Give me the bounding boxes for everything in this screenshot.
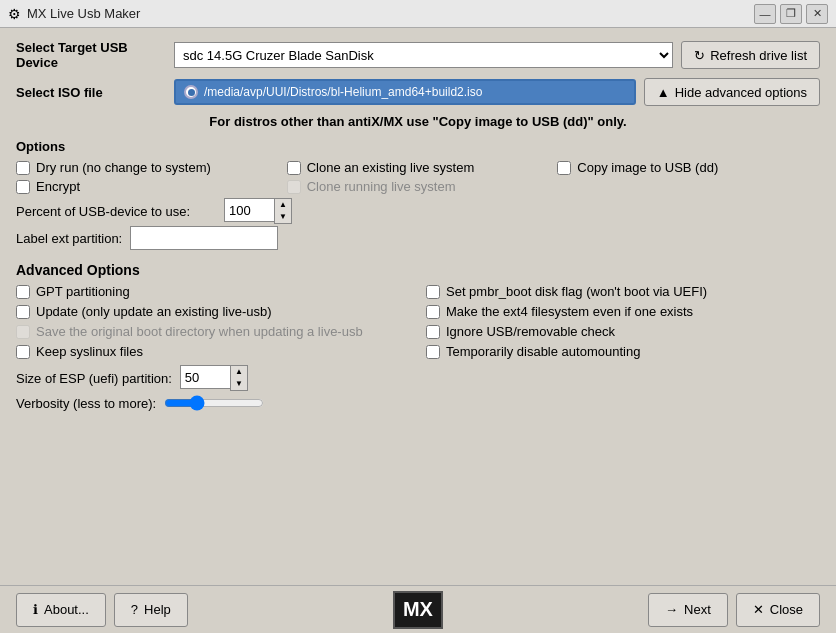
clone-existing-checkbox-row: Clone an existing live system bbox=[287, 160, 550, 175]
percent-spin-up[interactable]: ▲ bbox=[275, 199, 291, 211]
next-label: Next bbox=[684, 602, 711, 617]
advanced-grid: GPT partitioning Update (only update an … bbox=[16, 284, 820, 359]
dry-run-label[interactable]: Dry run (no change to system) bbox=[36, 160, 211, 175]
update-checkbox[interactable] bbox=[16, 305, 30, 319]
automount-label[interactable]: Temporarily disable automounting bbox=[446, 344, 640, 359]
esp-row: Size of ESP (uefi) partition: ▲ ▼ bbox=[16, 365, 820, 391]
ext4-checkbox[interactable] bbox=[426, 305, 440, 319]
keep-syslinux-checkbox-row: Keep syslinux files bbox=[16, 344, 410, 359]
title-bar: ⚙ MX Live Usb Maker — ❐ ✕ bbox=[0, 0, 836, 28]
window-title: MX Live Usb Maker bbox=[27, 6, 140, 21]
bottom-right: → Next ✕ Close bbox=[648, 593, 820, 627]
verbosity-slider[interactable] bbox=[164, 395, 264, 411]
main-content: Select Target USB Device sdc 14.5G Cruze… bbox=[0, 28, 836, 585]
copy-image-checkbox[interactable] bbox=[557, 161, 571, 175]
about-icon: ℹ bbox=[33, 602, 38, 617]
automount-checkbox[interactable] bbox=[426, 345, 440, 359]
encrypt-checkbox-row: Encrypt bbox=[16, 179, 279, 194]
pmbr-checkbox-row: Set pmbr_boot disk flag (won't boot via … bbox=[426, 284, 820, 299]
advanced-title: Advanced Options bbox=[16, 262, 820, 278]
device-label: Select Target USB Device bbox=[16, 40, 166, 70]
title-bar-controls: — ❐ ✕ bbox=[754, 4, 828, 24]
encrypt-checkbox[interactable] bbox=[16, 180, 30, 194]
save-boot-checkbox-row: Save the original boot directory when up… bbox=[16, 324, 410, 339]
esp-spin-up[interactable]: ▲ bbox=[231, 366, 247, 378]
label-ext-row: Label ext partition: bbox=[16, 226, 820, 250]
update-checkbox-row: Update (only update an existing live-usb… bbox=[16, 304, 410, 319]
iso-row: Select ISO file /media/avp/UUI/Distros/b… bbox=[16, 78, 820, 106]
esp-spinbox[interactable]: ▲ ▼ bbox=[180, 365, 248, 391]
help-button[interactable]: ? Help bbox=[114, 593, 188, 627]
refresh-drive-button[interactable]: ↻ Refresh drive list bbox=[681, 41, 820, 69]
close-button[interactable]: ✕ Close bbox=[736, 593, 820, 627]
ignore-usb-checkbox-row: Ignore USB/removable check bbox=[426, 324, 820, 339]
percent-row: Percent of USB-device to use: 100 ▲ ▼ bbox=[16, 198, 820, 224]
close-icon: ✕ bbox=[753, 602, 764, 617]
title-bar-left: ⚙ MX Live Usb Maker bbox=[8, 6, 140, 22]
notice-text: For distros other than antiX/MX use "Cop… bbox=[16, 114, 820, 129]
keep-syslinux-label[interactable]: Keep syslinux files bbox=[36, 344, 143, 359]
hide-advanced-button[interactable]: ▲ Hide advanced options bbox=[644, 78, 820, 106]
restore-button[interactable]: ❐ bbox=[780, 4, 802, 24]
automount-checkbox-row: Temporarily disable automounting bbox=[426, 344, 820, 359]
percent-spinbox[interactable]: 100 ▲ ▼ bbox=[224, 198, 292, 224]
esp-spin-down[interactable]: ▼ bbox=[231, 378, 247, 390]
refresh-icon: ↻ bbox=[694, 48, 705, 63]
close-label: Close bbox=[770, 602, 803, 617]
gpt-checkbox-row: GPT partitioning bbox=[16, 284, 410, 299]
ignore-usb-checkbox[interactable] bbox=[426, 325, 440, 339]
next-button[interactable]: → Next bbox=[648, 593, 728, 627]
help-icon: ? bbox=[131, 602, 138, 617]
refresh-label: Refresh drive list bbox=[710, 48, 807, 63]
advanced-section: Advanced Options GPT partitioning Update… bbox=[16, 262, 820, 411]
ignore-usb-label[interactable]: Ignore USB/removable check bbox=[446, 324, 615, 339]
label-ext-label: Label ext partition: bbox=[16, 231, 122, 246]
help-label: Help bbox=[144, 602, 171, 617]
ext4-label[interactable]: Make the ext4 filesystem even if one exi… bbox=[446, 304, 693, 319]
gpt-checkbox[interactable] bbox=[16, 285, 30, 299]
bottom-center: MX bbox=[393, 591, 443, 629]
next-icon: → bbox=[665, 602, 678, 617]
iso-radio-inner bbox=[188, 89, 195, 96]
keep-syslinux-checkbox[interactable] bbox=[16, 345, 30, 359]
bottom-bar: ℹ About... ? Help MX → Next ✕ Close bbox=[0, 585, 836, 633]
app-icon: ⚙ bbox=[8, 6, 21, 22]
verbosity-label: Verbosity (less to more): bbox=[16, 396, 156, 411]
label-ext-input[interactable] bbox=[130, 226, 278, 250]
esp-label: Size of ESP (uefi) partition: bbox=[16, 371, 172, 386]
clone-existing-label[interactable]: Clone an existing live system bbox=[307, 160, 475, 175]
device-row: Select Target USB Device sdc 14.5G Cruze… bbox=[16, 40, 820, 70]
pmbr-checkbox[interactable] bbox=[426, 285, 440, 299]
ext4-checkbox-row: Make the ext4 filesystem even if one exi… bbox=[426, 304, 820, 319]
percent-spin-buttons: ▲ ▼ bbox=[274, 198, 292, 224]
esp-input[interactable] bbox=[180, 365, 230, 389]
gpt-label[interactable]: GPT partitioning bbox=[36, 284, 130, 299]
percent-spin-down[interactable]: ▼ bbox=[275, 211, 291, 223]
clone-running-checkbox-row: Clone running live system bbox=[287, 179, 550, 194]
hide-label: Hide advanced options bbox=[675, 85, 807, 100]
update-label[interactable]: Update (only update an existing live-usb… bbox=[36, 304, 272, 319]
iso-path-text: /media/avp/UUI/Distros/bl-Helium_amd64+b… bbox=[204, 85, 482, 99]
iso-label: Select ISO file bbox=[16, 85, 166, 100]
close-window-button[interactable]: ✕ bbox=[806, 4, 828, 24]
about-button[interactable]: ℹ About... bbox=[16, 593, 106, 627]
pmbr-label[interactable]: Set pmbr_boot disk flag (won't boot via … bbox=[446, 284, 707, 299]
device-select[interactable]: sdc 14.5G Cruzer Blade SanDisk bbox=[174, 42, 673, 68]
save-boot-checkbox bbox=[16, 325, 30, 339]
iso-radio[interactable] bbox=[184, 85, 198, 99]
minimize-button[interactable]: — bbox=[754, 4, 776, 24]
copy-image-checkbox-row: Copy image to USB (dd) bbox=[557, 160, 820, 175]
dry-run-checkbox[interactable] bbox=[16, 161, 30, 175]
clone-existing-checkbox[interactable] bbox=[287, 161, 301, 175]
dry-run-checkbox-row: Dry run (no change to system) bbox=[16, 160, 279, 175]
esp-spin-buttons: ▲ ▼ bbox=[230, 365, 248, 391]
encrypt-label[interactable]: Encrypt bbox=[36, 179, 80, 194]
save-boot-label: Save the original boot directory when up… bbox=[36, 324, 363, 339]
percent-input[interactable]: 100 bbox=[224, 198, 274, 222]
mx-logo: MX bbox=[393, 591, 443, 629]
hide-icon: ▲ bbox=[657, 85, 670, 100]
options-section: Options Dry run (no change to system) Cl… bbox=[16, 137, 820, 250]
copy-image-label[interactable]: Copy image to USB (dd) bbox=[577, 160, 718, 175]
iso-path-display[interactable]: /media/avp/UUI/Distros/bl-Helium_amd64+b… bbox=[174, 79, 636, 105]
about-label: About... bbox=[44, 602, 89, 617]
